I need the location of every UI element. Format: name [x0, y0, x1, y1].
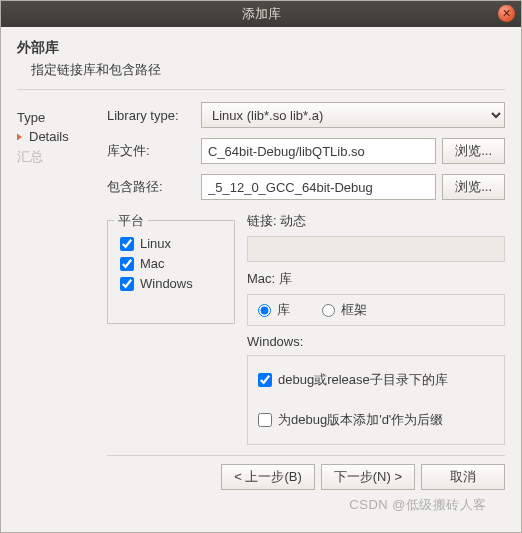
link-readonly-box: [247, 236, 505, 262]
windows-d-suffix-input[interactable]: [258, 413, 272, 427]
library-type-label: Library type:: [107, 108, 193, 123]
platform-mac-input[interactable]: [120, 257, 134, 271]
nav-step-type: Type: [17, 110, 91, 125]
platform-column: 平台 Linux Mac Windows: [107, 210, 235, 445]
row-library-file: 库文件: 浏览...: [107, 138, 505, 164]
mac-lib-input[interactable]: [258, 304, 271, 317]
mac-framework-radio[interactable]: 框架: [322, 301, 367, 319]
close-icon[interactable]: ✕: [498, 5, 515, 22]
include-path-label: 包含路径:: [107, 178, 193, 196]
window-title: 添加库: [242, 5, 281, 23]
library-file-input[interactable]: [201, 138, 436, 164]
dialog-content: 外部库 指定链接库和包含路径 Type Details 汇总 Library t…: [1, 27, 521, 532]
platform-mac-checkbox[interactable]: Mac: [120, 256, 222, 271]
titlebar: 添加库 ✕: [1, 1, 521, 27]
platform-linux-input[interactable]: [120, 237, 134, 251]
browse-library-button[interactable]: 浏览...: [442, 138, 505, 164]
page-subheading: 指定链接库和包含路径: [31, 61, 505, 79]
cancel-button[interactable]: 取消: [421, 464, 505, 490]
windows-groupbox: debug或release子目录下的库 为debug版本添加'd'作为后缀: [247, 355, 505, 445]
platform-windows-checkbox[interactable]: Windows: [120, 276, 222, 291]
mac-lib-radio[interactable]: 库: [258, 301, 290, 319]
windows-d-suffix-checkbox[interactable]: 为debug版本添加'd'作为后缀: [258, 411, 494, 429]
dialog-window: 添加库 ✕ 外部库 指定链接库和包含路径 Type Details 汇总 Lib…: [0, 0, 522, 533]
mac-framework-label: 框架: [341, 301, 367, 319]
button-footer: < 上一步(B) 下一步(N) > 取消: [107, 464, 505, 496]
include-path-input[interactable]: [201, 174, 436, 200]
platform-linux-label: Linux: [140, 236, 171, 251]
library-file-label: 库文件:: [107, 142, 193, 160]
platform-title: 平台: [114, 212, 148, 230]
footer-separator: [107, 455, 505, 456]
windows-d-suffix-label: 为debug版本添加'd'作为后缀: [278, 411, 443, 429]
mac-radio-group: 库 框架: [247, 294, 505, 326]
wizard-nav: Type Details 汇总: [17, 102, 91, 524]
lower-area: 平台 Linux Mac Windows: [107, 210, 505, 445]
mac-label: Mac: 库: [247, 270, 505, 288]
library-type-combo[interactable]: Linux (lib*.so lib*.a): [201, 102, 505, 128]
platform-windows-input[interactable]: [120, 277, 134, 291]
mac-lib-label: 库: [277, 301, 290, 319]
platform-mac-label: Mac: [140, 256, 165, 271]
form-area: Library type: Linux (lib*.so lib*.a) 库文件…: [107, 102, 505, 524]
separator: [17, 89, 505, 90]
windows-debug-subdir-input[interactable]: [258, 373, 272, 387]
body-row: Type Details 汇总 Library type: Linux (lib…: [17, 102, 505, 524]
windows-debug-subdir-checkbox[interactable]: debug或release子目录下的库: [258, 371, 494, 389]
platform-groupbox: 平台 Linux Mac Windows: [107, 220, 235, 324]
back-button[interactable]: < 上一步(B): [221, 464, 315, 490]
windows-debug-subdir-label: debug或release子目录下的库: [278, 371, 448, 389]
platform-windows-label: Windows: [140, 276, 193, 291]
next-button[interactable]: 下一步(N) >: [321, 464, 415, 490]
windows-label: Windows:: [247, 334, 505, 349]
platform-linux-checkbox[interactable]: Linux: [120, 236, 222, 251]
row-library-type: Library type: Linux (lib*.so lib*.a): [107, 102, 505, 128]
page-heading: 外部库: [17, 39, 505, 57]
mac-framework-input[interactable]: [322, 304, 335, 317]
browse-include-button[interactable]: 浏览...: [442, 174, 505, 200]
nav-step-summary: 汇总: [17, 148, 91, 166]
right-column: 链接: 动态 Mac: 库 库 框架: [247, 210, 505, 445]
row-include-path: 包含路径: 浏览...: [107, 174, 505, 200]
nav-step-details: Details: [17, 129, 91, 144]
link-label: 链接: 动态: [247, 212, 505, 230]
